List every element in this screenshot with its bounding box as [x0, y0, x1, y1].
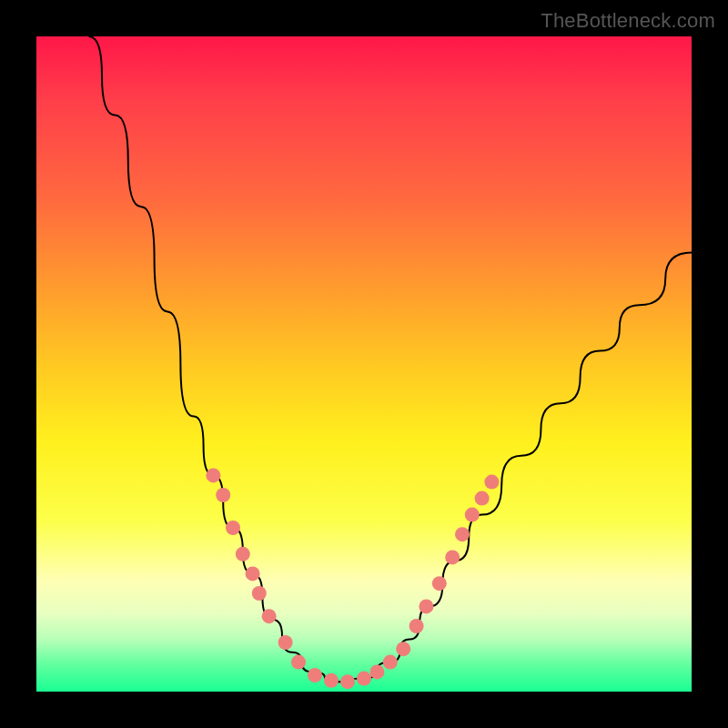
bottleneck-curve	[89, 36, 692, 682]
data-marker	[396, 642, 410, 656]
watermark-text: TheBottleneck.com	[541, 9, 715, 33]
data-marker	[445, 550, 460, 564]
marker-group	[206, 468, 499, 689]
data-marker	[410, 619, 424, 633]
data-marker	[308, 668, 322, 682]
data-marker	[252, 586, 267, 601]
plot-area	[36, 36, 692, 692]
data-marker	[262, 609, 277, 623]
data-marker	[465, 508, 480, 522]
data-marker	[226, 521, 240, 535]
data-marker	[419, 599, 433, 613]
data-marker	[383, 655, 398, 670]
data-marker	[340, 674, 355, 689]
data-marker	[475, 491, 490, 506]
curve-svg	[36, 36, 692, 692]
data-marker	[432, 576, 447, 591]
data-marker	[324, 673, 339, 688]
data-marker	[206, 468, 220, 482]
data-marker	[357, 672, 371, 686]
data-marker	[484, 475, 499, 490]
data-marker	[246, 566, 260, 581]
data-marker	[291, 655, 306, 670]
data-marker	[216, 488, 230, 502]
chart-frame: TheBottleneck.com	[0, 0, 728, 728]
data-marker	[278, 635, 293, 650]
data-marker	[236, 547, 250, 561]
data-marker	[455, 527, 470, 541]
data-marker	[369, 664, 384, 679]
